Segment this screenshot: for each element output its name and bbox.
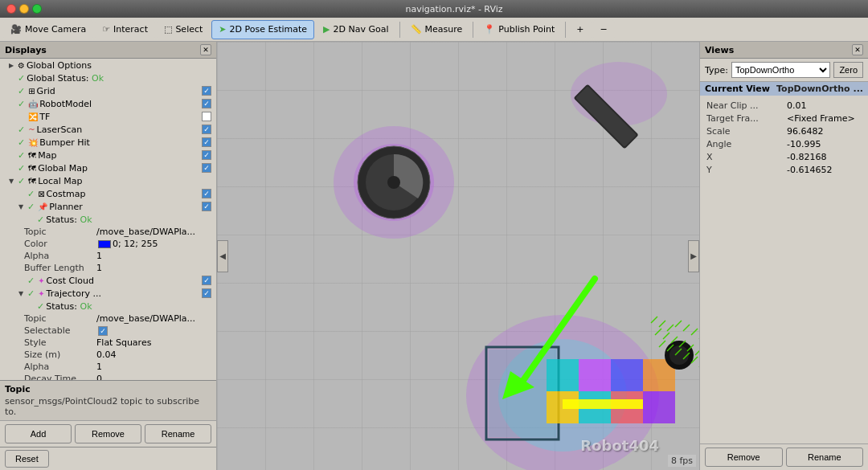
bottom-info-panel: Topic sensor_msgs/PointCloud2 topic to s… (0, 380, 216, 420)
views-panel: Views ✕ Type: TopDownOrtho Orbit XYOrbit… (699, 42, 868, 470)
traj-check-icon: ✓ (27, 288, 35, 299)
svg-rect-2 (547, 359, 579, 391)
selectable-checkbox[interactable] (98, 326, 108, 336)
pose-estimate-button[interactable]: ➤ 2D Pose Estimate (211, 20, 314, 39)
tree-item-global-map[interactable]: ▶ ✓ 🗺 Global Map (0, 161, 216, 174)
costcloud-checkbox[interactable] (202, 276, 211, 285)
svg-line-30 (695, 349, 699, 355)
rename-button[interactable]: Rename (145, 424, 211, 443)
costmap-icon: ⊠ (38, 190, 44, 198)
gmap-icon: 🗺 (28, 164, 36, 173)
globalmap-checkbox[interactable] (202, 163, 211, 173)
views-header: Views ✕ (700, 42, 868, 59)
reset-button[interactable]: Reset (5, 450, 49, 468)
views-close-button[interactable]: ✕ (852, 44, 863, 55)
bumper-checkbox[interactable] (202, 137, 211, 147)
select-button[interactable]: ⬚ Select (157, 20, 210, 39)
tree-item-map[interactable]: ▶ ✓ 🗺 Map (0, 149, 216, 161)
viewport-left-arrow[interactable]: ◀ (217, 240, 228, 272)
color-swatch[interactable] (98, 240, 111, 248)
tree-item-costmap[interactable]: ▶ ✓ ⊠ Costmap (0, 187, 216, 200)
interact-button[interactable]: ☞ Interact (95, 20, 155, 39)
nav-goal-button[interactable]: ▶ 2D Nav Goal (316, 20, 395, 39)
move-camera-button[interactable]: 🎥 Move Camera (3, 20, 93, 39)
svg-rect-11 (563, 404, 643, 409)
tree-item-tf[interactable]: ▶ ✓ 🔀 TF (0, 110, 216, 123)
traj-size-row: Size (m) 0.04 (0, 349, 216, 361)
gmap-check-icon: ✓ (18, 163, 25, 174)
lmap-icon: 🗺 (28, 177, 36, 186)
views-prop-target: Target Fra... <Fixed Frame> (700, 112, 868, 125)
svg-line-26 (663, 333, 669, 339)
tree-item-local-map[interactable]: ▼ ✓ 🗺 Local Map (0, 174, 216, 187)
tree-item-planner-status[interactable]: ▶ ✓ Status: Ok (0, 213, 216, 226)
svg-rect-4 (611, 359, 643, 391)
views-type-select[interactable]: TopDownOrtho Orbit XYOrbit FPS (731, 62, 830, 78)
tree-item-planner[interactable]: ▼ ✓ 📌 Planner (0, 200, 216, 213)
remove-tool-button[interactable]: − (593, 20, 615, 39)
titlebar: navigation.rviz* - RViz (0, 0, 868, 18)
robot-inner (669, 345, 689, 365)
displays-close-button[interactable]: ✕ (200, 44, 211, 55)
window-controls[interactable] (6, 4, 42, 14)
add-button[interactable]: Add (5, 424, 72, 443)
status-spacer: ▶ (6, 73, 16, 83)
tree-item-laserscan[interactable]: ▶ ✓ ~ LaserScan (0, 123, 216, 136)
pose-icon: ➤ (219, 24, 226, 35)
remove-button[interactable]: Remove (75, 424, 141, 443)
robotmodel-checkbox[interactable] (202, 99, 211, 108)
svg-line-35 (659, 341, 665, 347)
close-button[interactable] (6, 4, 16, 14)
tree-item-trajectory[interactable]: ▼ ✓ ✦ Trajectory ... (0, 287, 216, 300)
viewport[interactable]: ◀ ▶ (217, 42, 699, 470)
views-current-view[interactable]: Current View TopDownOrtho ... (700, 82, 868, 96)
planner-checkbox[interactable] (202, 202, 211, 211)
tree-item-traj-status[interactable]: ▶ ✓ Status: Ok (0, 300, 216, 313)
planner-buffer-row: Buffer Length 1 (0, 262, 216, 274)
traj-alpha-row: Alpha 1 (0, 361, 216, 373)
map-checkbox[interactable] (202, 150, 211, 160)
grid-icon: ⊞ (28, 87, 35, 96)
views-remove-button[interactable]: Remove (705, 448, 783, 467)
svg-line-15 (659, 321, 665, 327)
maximize-button[interactable] (32, 4, 42, 14)
tree-item-global-status[interactable]: ▶ ✓ Global Status: Ok (0, 72, 216, 84)
laserscan-checkbox[interactable] (202, 125, 211, 134)
nav-icon: ▶ (323, 24, 330, 35)
svg-line-19 (691, 329, 698, 335)
svg-rect-9 (643, 391, 675, 423)
minimize-button[interactable] (19, 4, 29, 14)
watermark: Robot404 (580, 437, 659, 454)
svg-line-14 (651, 317, 657, 323)
tree-item-cost-cloud[interactable]: ▶ ✓ ✦ Cost Cloud (0, 274, 216, 287)
costmap-checkbox[interactable] (202, 189, 211, 198)
svg-rect-10 (563, 399, 643, 404)
separator2 (473, 22, 473, 38)
displays-tree[interactable]: ▶ ⚙ Global Options ▶ ✓ Global Status: Ok… (0, 59, 216, 380)
costmap-check-icon: ✓ (27, 189, 35, 199)
expand-arrow: ▶ (6, 60, 16, 70)
camera-icon: 🎥 (10, 24, 22, 35)
tree-item-grid[interactable]: ▶ ✓ ⊞ Grid (0, 84, 216, 97)
tree-item-global-options[interactable]: ▶ ⚙ Global Options (0, 59, 216, 72)
map-check-icon: ✓ (18, 150, 25, 161)
grid-checkbox[interactable] (202, 86, 211, 96)
trajectory-arrow: ▼ (16, 288, 26, 298)
viewport-right-arrow[interactable]: ▶ (688, 240, 699, 272)
info-text: sensor_msgs/PointCloud2 topic to subscri… (5, 396, 211, 417)
traj-decay-row: Decay Time 0 (0, 373, 216, 380)
measure-button[interactable]: 📏 Measure (403, 20, 470, 39)
views-rename-button[interactable]: Rename (786, 448, 864, 467)
box-fill (489, 349, 556, 437)
tree-item-robotmodel[interactable]: ▶ ✓ 🤖 RobotModel (0, 97, 216, 110)
views-zero-button[interactable]: Zero (833, 62, 863, 78)
planner-arrow: ▼ (16, 202, 26, 211)
views-title: Views (705, 45, 734, 55)
trajectory-checkbox[interactable] (202, 288, 211, 298)
tree-item-bumper[interactable]: ▶ ✓ 💥 Bumper Hit (0, 136, 216, 149)
views-properties: Near Clip ... 0.01 Target Fra... <Fixed … (700, 96, 868, 179)
publish-point-button[interactable]: 📍 Publish Point (477, 20, 562, 39)
tf-checkbox[interactable] (202, 112, 211, 121)
traj-selectable-row: Selectable (0, 325, 216, 337)
add-tool-button[interactable]: + (569, 20, 591, 39)
